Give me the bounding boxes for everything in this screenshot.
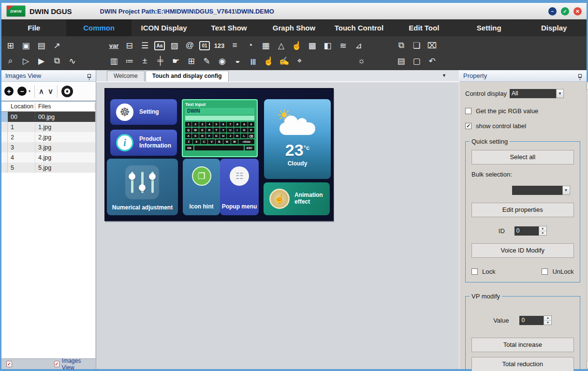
spinner-arrows[interactable]: ▲▼ bbox=[539, 226, 547, 236]
graphics-icon[interactable]: △ bbox=[275, 40, 287, 52]
slider-display-icon[interactable]: ☰ bbox=[139, 40, 151, 52]
location-cell[interactable]: 4 bbox=[8, 152, 35, 163]
location-cell[interactable]: 3 bbox=[8, 142, 35, 152]
date-display-icon[interactable]: ▦ bbox=[260, 40, 272, 52]
disk-search-icon[interactable]: ◒ bbox=[232, 55, 244, 67]
id-value[interactable]: 0 bbox=[514, 226, 539, 236]
preview-tile-numerical-adjustment[interactable]: Numerical adjustment bbox=[107, 159, 178, 215]
video-icon[interactable]: ⊟ bbox=[123, 40, 135, 52]
print-icon[interactable]: ▤ bbox=[35, 40, 47, 52]
unlock-checkbox[interactable] bbox=[542, 268, 548, 275]
preview-tile-text-input[interactable]: Text Input DWIN 1234567890QWERTYUIOPASDF… bbox=[182, 99, 258, 157]
show-control-label-checkbox[interactable]: ✓ bbox=[465, 123, 471, 129]
location-cell[interactable]: 2 bbox=[8, 132, 35, 142]
files-column-header[interactable]: Files bbox=[35, 103, 95, 110]
export-icon[interactable]: ↗ bbox=[51, 40, 63, 52]
bottom-tab-images-view[interactable]: ✓ Images View bbox=[50, 359, 95, 369]
remove-image-button[interactable]: − bbox=[17, 87, 27, 96]
save-icon[interactable]: ▣ bbox=[20, 40, 32, 52]
row-selector[interactable] bbox=[1, 163, 8, 173]
picture-icon[interactable]: ▨ bbox=[168, 40, 180, 52]
bit-variable-icon[interactable]: 01 bbox=[199, 41, 210, 50]
add-image-button[interactable]: + bbox=[4, 87, 14, 96]
control-display-combobox[interactable]: All ▼ bbox=[510, 89, 564, 98]
row-selector[interactable] bbox=[1, 132, 8, 142]
voice-id-modify-button[interactable]: Voice ID Modify bbox=[471, 243, 574, 258]
menu-file[interactable]: File bbox=[1, 19, 66, 36]
move-down-button[interactable]: ∨ bbox=[48, 87, 53, 96]
text-scroll-icon[interactable]: ◉ bbox=[216, 55, 228, 67]
file-cell[interactable]: 00.jpg bbox=[35, 112, 95, 122]
screen-preview-icon[interactable]: ⧉ bbox=[51, 55, 63, 67]
play-icon[interactable]: ▷ bbox=[20, 55, 32, 67]
table-row[interactable]: 55.jpg bbox=[1, 163, 95, 173]
control-display-value[interactable]: All bbox=[510, 89, 556, 98]
close-button[interactable]: ✕ bbox=[573, 7, 582, 15]
variable-icon[interactable]: var bbox=[108, 40, 120, 52]
move-up-button[interactable]: ∧ bbox=[39, 87, 44, 96]
preview-tile-setting[interactable]: ☸ Setting bbox=[110, 99, 177, 125]
menu-touch-control[interactable]: Touch Control bbox=[326, 19, 391, 36]
table-input-icon[interactable]: ⊞ bbox=[185, 55, 197, 67]
row-selector[interactable] bbox=[1, 112, 8, 122]
press-gesture-icon[interactable]: ☝ bbox=[263, 55, 275, 67]
vp-value[interactable]: 0 bbox=[519, 316, 544, 325]
clock-display-icon[interactable]: ◔ bbox=[244, 40, 256, 52]
search-config-icon[interactable]: ⌕ bbox=[4, 55, 16, 67]
maximize-button[interactable]: ✓ bbox=[561, 7, 569, 15]
chevron-down-icon[interactable]: ▼ bbox=[556, 89, 564, 98]
data-window-icon[interactable]: ≋ bbox=[337, 40, 349, 52]
preview-tile-weather[interactable]: ☀ 23°c Cloudy bbox=[264, 99, 331, 179]
preview-eye-button[interactable] bbox=[61, 86, 73, 97]
preview-tile-product-information[interactable]: i Product Information bbox=[110, 130, 177, 156]
page-preview-image[interactable]: ☸ Setting i Product Information Text Inp… bbox=[104, 88, 334, 221]
drag-adjust-icon[interactable]: ╪ bbox=[154, 55, 166, 67]
file-cell[interactable]: 3.jpg bbox=[35, 142, 95, 152]
file-cell[interactable]: 2.jpg bbox=[35, 132, 95, 142]
qr-code-icon[interactable]: ▩ bbox=[306, 40, 318, 52]
text-display-icon[interactable]: Aa bbox=[154, 41, 165, 50]
preview-tile-animation-effect[interactable]: ☝ Animation effect bbox=[264, 182, 330, 215]
tab-welcome[interactable]: Welcome bbox=[107, 71, 145, 81]
remove-dropdown-icon[interactable]: ▾ bbox=[29, 89, 30, 93]
menu-graph-show[interactable]: Graph Show bbox=[262, 19, 326, 36]
new-file-icon[interactable]: ⊞ bbox=[4, 40, 16, 52]
minimize-button[interactable]: − bbox=[548, 7, 557, 15]
table-row[interactable]: 11.jpg bbox=[1, 122, 95, 132]
touch-gesture-icon[interactable]: ☛ bbox=[170, 55, 182, 67]
file-cell[interactable]: 4.jpg bbox=[35, 152, 95, 163]
increment-adjust-icon[interactable]: ± bbox=[139, 55, 151, 67]
row-selector[interactable] bbox=[1, 122, 8, 132]
list-select-icon[interactable]: ≔ bbox=[123, 55, 135, 67]
text-edit-icon[interactable]: ▥ bbox=[108, 55, 120, 67]
preview-run-icon[interactable]: ▶ bbox=[35, 55, 47, 67]
copy-icon[interactable]: ⧉ bbox=[395, 40, 407, 52]
lasso-gesture-icon[interactable]: ✍ bbox=[278, 55, 290, 67]
location-cell[interactable]: 00 bbox=[8, 112, 35, 122]
file-cell[interactable]: 1.jpg bbox=[35, 122, 95, 132]
bulk-selection-combobox[interactable]: ▼ bbox=[512, 186, 570, 195]
location-column-header[interactable]: Location bbox=[8, 103, 35, 110]
image-animation-icon[interactable]: ◧ bbox=[322, 40, 334, 52]
total-reduction-button[interactable]: Total reduction bbox=[471, 357, 574, 371]
number-display-icon[interactable]: 123 bbox=[213, 40, 225, 52]
curve-icon[interactable]: ∿ bbox=[66, 55, 78, 67]
table-row[interactable]: 44.jpg bbox=[1, 152, 95, 163]
total-increase-button[interactable]: Total increase bbox=[471, 338, 574, 352]
bottom-tab-1[interactable]: ✓ bbox=[2, 359, 49, 369]
table-row[interactable]: 0000.jpg bbox=[1, 112, 95, 122]
vp-value-spinner[interactable]: 0 ▲▼ bbox=[519, 315, 552, 325]
lock-checkbox[interactable] bbox=[471, 268, 478, 275]
chevron-down-icon[interactable]: ▼ bbox=[562, 186, 570, 195]
edit-properties-button[interactable]: Edit properties bbox=[471, 203, 574, 217]
pin-icon[interactable] bbox=[578, 74, 582, 78]
table-row[interactable]: 22.jpg bbox=[1, 132, 95, 142]
menu-text-show[interactable]: Text Show bbox=[196, 19, 261, 36]
location-cell[interactable]: 5 bbox=[8, 163, 35, 173]
trend-curve-icon[interactable]: ⊿ bbox=[353, 40, 365, 52]
audio-wave-icon[interactable]: ||| bbox=[247, 55, 259, 67]
brightness-icon[interactable]: ☼ bbox=[355, 55, 368, 67]
select-all-button[interactable]: Select all bbox=[471, 150, 574, 164]
bulk-selection-value[interactable] bbox=[512, 186, 562, 195]
cut-move-icon[interactable]: ❏ bbox=[411, 40, 423, 52]
